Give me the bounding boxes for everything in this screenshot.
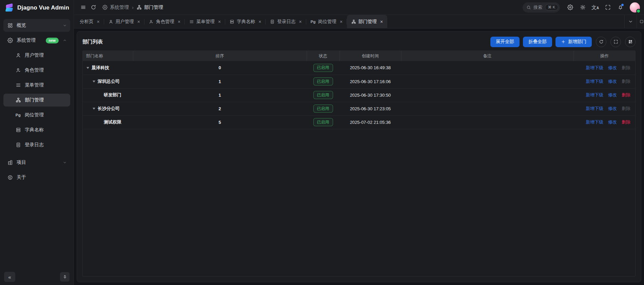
logo-icon — [5, 3, 14, 12]
plus-icon — [561, 39, 566, 44]
edit-link[interactable]: 修改 — [608, 119, 617, 125]
sidebar-collapse-button[interactable]: « — [4, 272, 15, 282]
chevron-down-icon — [63, 160, 67, 165]
status-badge: 已启用 — [313, 77, 333, 86]
cell-sort: 5 — [133, 115, 307, 129]
tab-close-icon[interactable]: × — [380, 19, 383, 24]
tab-2[interactable]: 角色管理× — [144, 15, 185, 28]
add-child-link[interactable]: 新增下级 — [586, 106, 603, 111]
sidebar-item-label: 部门管理 — [25, 97, 67, 103]
table-refresh-icon[interactable] — [596, 37, 606, 47]
building-icon — [7, 160, 13, 165]
gear-icon[interactable] — [565, 2, 575, 13]
row-expander-icon[interactable] — [92, 107, 98, 110]
theme-sun-icon[interactable] — [578, 2, 588, 13]
tabbar: 分析页×用户管理×角色管理×菜单管理×字典名称×登录日志×Pg岗位管理×部门管理… — [74, 15, 644, 28]
edit-link[interactable]: 修改 — [608, 92, 617, 97]
sidebar-item-3[interactable]: 角色管理 — [3, 64, 70, 77]
status-badge: 已启用 — [313, 64, 333, 72]
cell-department-name: 测试权限 — [83, 115, 133, 129]
refresh-icon[interactable] — [88, 2, 98, 13]
sidebar-item-label: 概览 — [17, 22, 59, 28]
notifications-bell-icon[interactable] — [615, 2, 625, 13]
tab-5[interactable]: 登录日志× — [266, 15, 306, 28]
department-name: 研发部门 — [104, 92, 121, 98]
add-child-link[interactable]: 新增下级 — [586, 92, 603, 97]
language-icon[interactable]: 文A — [590, 2, 600, 13]
column-header-3: 创建时间 — [339, 51, 401, 61]
cell-actions: 新增下级修改删除 — [573, 75, 635, 88]
main-area: 系统管理›部门管理 搜索 ⌘ K 文A 分析页×用户管理×角色管理×菜单管理×字… — [74, 0, 644, 285]
cell-actions: 新增下级修改删除 — [573, 61, 635, 75]
cell-status: 已启用 — [307, 102, 339, 115]
tabs-dropdown-chevron-icon[interactable] — [624, 15, 637, 28]
cell-created-time: 2025-06-30 17:16:06 — [339, 75, 401, 88]
expand-all-button[interactable]: 展开全部 — [490, 37, 520, 47]
sidebar-item-2[interactable]: 用户管理 — [3, 49, 70, 62]
table-columns-icon[interactable] — [625, 37, 636, 47]
row-expander-icon[interactable] — [92, 80, 98, 83]
add-child-link[interactable]: 新增下级 — [586, 119, 603, 125]
sidebar-item-4[interactable]: 菜单管理 — [3, 79, 70, 92]
sidebar-item-9[interactable]: 项目 — [3, 156, 70, 169]
add-child-link[interactable]: 新增下级 — [586, 65, 603, 70]
hamburger-menu-icon[interactable] — [78, 2, 88, 13]
tab-1[interactable]: 用户管理× — [104, 15, 144, 28]
row-expander-icon[interactable] — [86, 66, 92, 70]
topbar-right: 搜索 ⌘ K 文A — [523, 2, 640, 13]
sidebar-item-0[interactable]: 概览 — [3, 19, 70, 32]
add-child-link[interactable]: 新增下级 — [586, 79, 603, 84]
chevron-down-icon — [63, 23, 67, 27]
tab-4[interactable]: 字典名称× — [225, 15, 266, 28]
tab-close-icon[interactable]: × — [137, 19, 140, 24]
add-department-button[interactable]: 新增部门 — [555, 37, 592, 47]
table-row-1: 深圳总公司1已启用2025-06-30 17:16:06新增下级修改删除 — [83, 75, 635, 88]
cell-remark — [401, 115, 573, 129]
tab-close-icon[interactable]: × — [340, 19, 343, 24]
cell-department-name: 研发部门 — [83, 88, 133, 102]
role-icon — [149, 19, 154, 24]
tab-3[interactable]: 菜单管理× — [185, 15, 225, 28]
tab-close-icon[interactable]: × — [178, 19, 180, 24]
breadcrumb-item-1[interactable]: 部门管理 — [137, 4, 163, 11]
tab-0[interactable]: 分析页× — [75, 15, 104, 28]
sidebar-item-1[interactable]: 系统管理new — [3, 34, 70, 47]
sidebar-item-10[interactable]: 关于 — [3, 171, 70, 184]
delete-link[interactable]: 删除 — [622, 92, 630, 97]
tab-close-icon[interactable]: × — [258, 19, 261, 24]
tab-close-icon[interactable]: × — [218, 19, 221, 24]
user-avatar[interactable] — [630, 2, 640, 13]
cell-actions: 新增下级修改删除 — [573, 115, 635, 129]
edit-link[interactable]: 修改 — [608, 79, 617, 84]
logo[interactable]: Djagno Vue Admin — [0, 0, 74, 16]
tab-7[interactable]: 部门管理× — [347, 15, 387, 28]
org-icon — [351, 19, 356, 24]
log-icon — [270, 19, 275, 24]
tab-6[interactable]: Pg岗位管理× — [306, 15, 347, 28]
table-fullscreen-icon[interactable] — [610, 37, 621, 47]
sidebar-item-8[interactable]: 登录日志 — [3, 138, 70, 151]
breadcrumb-item-0[interactable]: 系统管理 — [102, 4, 129, 11]
pg-icon: Pg — [311, 20, 316, 24]
edit-link[interactable]: 修改 — [608, 106, 617, 111]
department-table: 部门名称排序状态创建时间备注操作 晨泽科技0已启用2025-06-30 16:4… — [83, 51, 635, 129]
edit-link[interactable]: 修改 — [608, 65, 617, 70]
table-header-row: 部门名称排序状态创建时间备注操作 — [83, 51, 635, 61]
sidebar-item-label: 菜单管理 — [25, 82, 67, 88]
sidebar-item-label: 字典名称 — [25, 127, 67, 133]
tab-maximize-icon[interactable] — [637, 15, 644, 28]
sidebar-item-6[interactable]: Pg岗位管理 — [3, 109, 70, 121]
tab-close-icon[interactable]: × — [97, 19, 100, 24]
new-badge: new — [46, 38, 59, 43]
fullscreen-icon[interactable] — [603, 2, 613, 13]
collapse-all-button[interactable]: 折叠全部 — [523, 37, 552, 47]
delete-link[interactable]: 删除 — [622, 119, 630, 125]
tab-close-icon[interactable]: × — [299, 19, 301, 24]
cell-sort: 2 — [133, 102, 307, 115]
sidebar-item-7[interactable]: 字典名称 — [3, 124, 70, 136]
search-input[interactable]: 搜索 ⌘ K — [523, 2, 560, 13]
sidebar-item-5[interactable]: 部门管理 — [3, 94, 70, 107]
user-icon — [15, 53, 21, 58]
breadcrumb: 系统管理›部门管理 — [102, 4, 163, 11]
pin-icon[interactable] — [60, 272, 70, 282]
